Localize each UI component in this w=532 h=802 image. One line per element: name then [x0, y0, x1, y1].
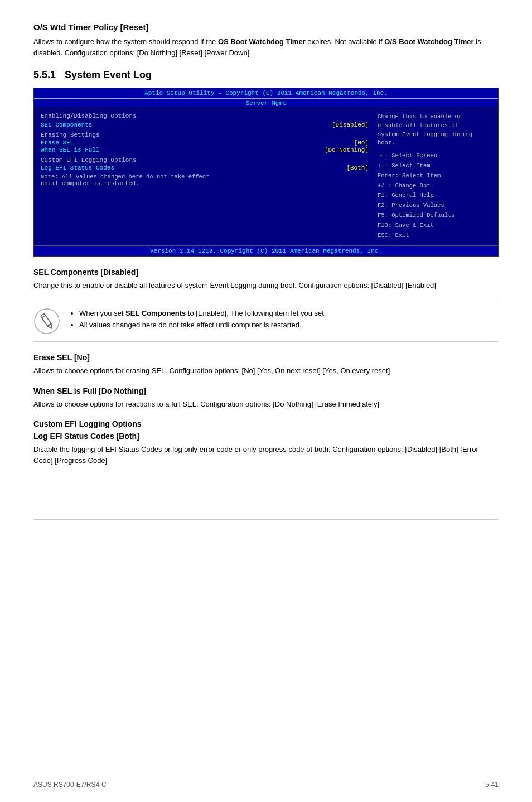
svg-point-0 — [35, 309, 59, 334]
bios-whenfull-key: When SEL is Full — [41, 147, 100, 153]
bios-efi-label: Custom EFI Logging Options — [41, 157, 369, 163]
bios-help-top: Change this to enable or disable all fea… — [378, 113, 491, 148]
footer-left: ASUS RS700-E7/RS4-C — [33, 781, 107, 789]
bios-logefi-row: Log EFI Status Codes [Both] — [41, 165, 369, 171]
when-sel-full-section: When SEL is Full [Do Nothing] Allows to … — [33, 386, 499, 410]
bios-note: Note: All values changed here do not tak… — [41, 173, 369, 187]
bios-help2: disable all features of — [378, 122, 491, 131]
bios-header: Aptio Setup Utility - Copyright (C) 2011… — [34, 88, 498, 99]
note-content: When you set SEL Components to [Enabled]… — [69, 308, 499, 331]
erase-sel-section: Erase SEL [No] Allows to choose options … — [33, 353, 499, 376]
bios-help3: system Event Logging during — [378, 131, 491, 139]
os-wtd-bold2: O/S Boot Watchdog Timer — [384, 37, 473, 46]
bios-whenfull-row: When SEL is Full [Do Nothing] — [41, 147, 369, 153]
bios-left: Enabling/Disabling Options SEL Component… — [36, 113, 373, 241]
svg-line-3 — [42, 316, 46, 318]
bios-enabling-label: Enabling/Disabling Options — [41, 113, 369, 119]
bios-erase-key: Erase SEL — [41, 139, 74, 146]
custom-efi-title: Custom EFI Logging Options — [33, 419, 499, 428]
bios-right: Change this to enable or disable all fea… — [373, 113, 496, 241]
bios-erase-value: [No] — [354, 139, 369, 146]
bios-key7: F5: Optimized Defaults — [378, 211, 491, 221]
bios-key9: ESC: Exit — [378, 231, 491, 241]
bios-logefi-value: [Both] — [346, 165, 369, 171]
bios-key3: Enter: Select Item — [378, 171, 491, 181]
bios-sel-key: SEL Components — [41, 122, 92, 128]
note-list: When you set SEL Components to [Enabled]… — [69, 308, 499, 331]
pencil-icon — [33, 308, 60, 335]
bios-help4: boot. — [378, 139, 491, 148]
bios-sel-row: SEL Components [Disabled] — [41, 122, 369, 128]
bios-footer: Version 2.14.1219. Copyright (C) 2011 Am… — [34, 245, 498, 256]
log-efi-title: Log EFI Status Codes [Both] — [33, 432, 499, 441]
chapter-num: 5.5.1 — [33, 69, 56, 81]
os-wtd-bold1: OS Boot Watchdog Timer — [218, 37, 306, 46]
bios-header-sub: Server Mgmt — [34, 99, 498, 108]
os-wtd-desc-pre: Allows to configure how the system shoul… — [33, 37, 218, 46]
bios-note-line1: Note: All values changed here do not tak… — [41, 173, 369, 180]
bios-note-line2: until computer is restarted. — [41, 180, 369, 187]
os-wtd-mid: expires. Not available if — [306, 37, 385, 46]
os-wtd-section: O/S Wtd Timer Policy [Reset] Allows to c… — [33, 22, 499, 58]
svg-marker-2 — [47, 323, 54, 330]
chapter-title: System Event Log — [65, 69, 152, 81]
note-icon — [33, 308, 60, 335]
note-bullet1-bold: SEL Components — [125, 309, 186, 317]
bios-logefi-key: Log EFI Status Codes — [41, 165, 114, 171]
footer-right: 5-41 — [485, 781, 499, 789]
note-bullet1-pre: When you set — [79, 309, 125, 317]
note-item-2: All values changed here do not take effe… — [79, 320, 499, 331]
when-sel-full-title: When SEL is Full [Do Nothing] — [33, 386, 499, 395]
chapter-heading: 5.5.1 System Event Log — [33, 69, 499, 81]
erase-sel-text: Allows to choose options for erasing SEL… — [33, 365, 499, 376]
sel-components-section: SEL Components [Disabled] Change this to… — [33, 268, 499, 291]
bios-help-keys: →←: Select Screen ↑↓: Select Item Enter:… — [378, 151, 491, 241]
note-item-1: When you set SEL Components to [Enabled]… — [79, 308, 499, 320]
bios-erase-row: Erase SEL [No] — [41, 139, 369, 146]
bios-erasing-label: Erasing Settings — [41, 132, 369, 138]
bios-key8: F10: Save & Exit — [378, 221, 491, 231]
bios-body: Enabling/Disabling Options SEL Component… — [34, 108, 498, 243]
bios-key5: F1: General Help — [378, 191, 491, 201]
bios-key4: +/-: Change Opt. — [378, 181, 491, 191]
os-wtd-description: Allows to configure how the system shoul… — [33, 36, 499, 58]
bios-key1: →←: Select Screen — [378, 151, 491, 161]
when-sel-full-text: Allows to choose options for reactions t… — [33, 399, 499, 410]
note-bullet1-post: to [Enabled], The following item let you… — [186, 309, 326, 317]
os-wtd-title: O/S Wtd Timer Policy [Reset] — [33, 22, 499, 32]
bios-whenfull-value: [Do Nothing] — [325, 147, 369, 153]
note-box: When you set SEL Components to [Enabled]… — [33, 301, 499, 342]
sel-components-text: Change this to enable or disable all fea… — [33, 280, 499, 291]
page-footer: ASUS RS700-E7/RS4-C 5-41 — [0, 776, 532, 789]
footer-divider — [33, 519, 499, 520]
bios-help1: Change this to enable or — [378, 113, 491, 122]
custom-efi-section: Custom EFI Logging Options Log EFI Statu… — [33, 419, 499, 466]
bios-sel-value: [Disabled] — [332, 122, 369, 128]
bios-key6: F2: Previous Values — [378, 201, 491, 211]
bios-screen: Aptio Setup Utility - Copyright (C) 2011… — [33, 88, 499, 257]
log-efi-text: Disable the logging of EFI Status Codes … — [33, 444, 499, 466]
sel-components-title: SEL Components [Disabled] — [33, 268, 499, 277]
bios-key2: ↑↓: Select Item — [378, 161, 491, 171]
erase-sel-title: Erase SEL [No] — [33, 353, 499, 362]
